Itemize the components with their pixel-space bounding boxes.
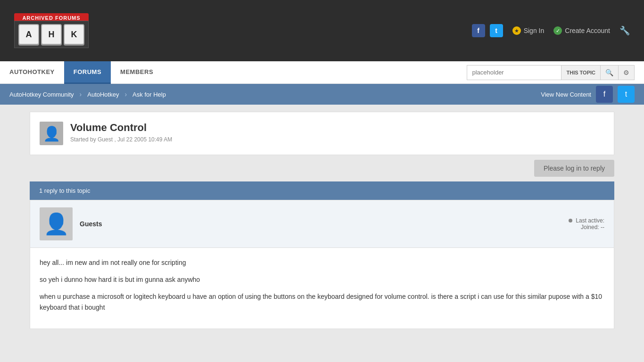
avatar-silhouette-icon: 👤 <box>43 125 60 142</box>
logo-key-a: A <box>18 24 39 45</box>
post-paragraph-1: hey all... im new and im not really one … <box>40 257 604 269</box>
header-right: f t ★ Sign In ✓ Create Account 🔧 <box>472 24 630 37</box>
joined-value: -- <box>601 224 604 230</box>
nav-search: THIS TOPIC 🔍 ⚙ <box>467 65 644 80</box>
topic-meta: Started by Guest , Jul 22 2005 10:49 AM <box>70 136 172 143</box>
social-icons: f t <box>472 24 503 37</box>
share-facebook-button[interactable]: f <box>596 86 613 103</box>
active-dot-icon <box>569 219 572 222</box>
post-paragraph-2: so yeh i dunno how hard it is but im gun… <box>40 274 604 286</box>
post-last-active: Last active: <box>569 217 604 224</box>
reply-count-bar: 1 reply to this topic <box>30 181 614 200</box>
post-paragraph-3: when u purchase a microsoft or logitech … <box>40 291 604 314</box>
logo-wrapper: ARCHIVED FORUMS A H K <box>14 13 89 48</box>
breadcrumb-ask-for-help[interactable]: Ask for Help <box>132 91 172 98</box>
post-card: 👤 Guests Last active: Joined: -- hey all… <box>30 200 614 329</box>
breadcrumb-bar: AutoHotkey Community › AutoHotkey › Ask … <box>0 84 644 105</box>
topic-author-avatar: 👤 <box>40 122 63 145</box>
logo-keys: A H K <box>14 21 89 48</box>
site-header: ARCHIVED FORUMS A H K f t ★ Sign In ✓ Cr… <box>0 0 644 61</box>
share-twitter-button[interactable]: t <box>618 86 635 103</box>
reply-count-label: 1 reply to this topic <box>39 187 90 194</box>
post-body: hey all... im new and im not really one … <box>30 248 614 329</box>
create-account-button[interactable]: ✓ Create Account <box>553 26 610 35</box>
logo-key-k: K <box>64 24 84 45</box>
post-author-avatar: 👤 <box>40 207 73 240</box>
facebook-icon[interactable]: f <box>472 24 485 37</box>
breadcrumb-sep-1: › <box>80 90 82 98</box>
breadcrumb-community[interactable]: AutoHotkey Community <box>9 91 80 98</box>
please-log-in-button[interactable]: Please log in to reply <box>534 160 614 177</box>
last-active-label: Last active: <box>576 217 604 224</box>
nav-item-autohotkey[interactable]: AUTOHOTKEY <box>0 61 64 84</box>
post-avatar-silhouette-icon: 👤 <box>43 212 69 236</box>
create-account-icon: ✓ <box>553 26 562 35</box>
search-scope-label: THIS TOPIC <box>561 65 600 80</box>
sign-in-button[interactable]: ★ Sign In <box>512 26 545 35</box>
post-header: 👤 Guests Last active: Joined: -- <box>30 200 614 248</box>
wrench-icon[interactable]: 🔧 <box>619 25 630 36</box>
main-content: 👤 Volume Control Started by Guest , Jul … <box>20 112 624 329</box>
search-input[interactable] <box>467 65 561 80</box>
post-joined: Joined: -- <box>569 224 604 230</box>
twitter-icon[interactable]: t <box>490 24 503 37</box>
logo-area: ARCHIVED FORUMS A H K <box>14 13 89 48</box>
nav-item-members[interactable]: MEMBERS <box>111 61 163 84</box>
nav-bar: AUTOHOTKEY FORUMS MEMBERS THIS TOPIC 🔍 ⚙ <box>0 61 644 84</box>
breadcrumb-sep-2: › <box>124 90 127 98</box>
logo-key-h: H <box>41 24 62 45</box>
sign-in-icon: ★ <box>512 26 521 35</box>
post-author-meta: Last active: Joined: -- <box>569 217 604 230</box>
view-new-content-link[interactable]: View New Content <box>541 91 591 98</box>
topic-title: Volume Control <box>70 122 172 134</box>
reply-area: Please log in to reply <box>30 160 614 177</box>
topic-info: Volume Control Started by Guest , Jul 22… <box>70 122 172 143</box>
search-button[interactable]: 🔍 <box>600 65 619 80</box>
nav-item-forums[interactable]: FORUMS <box>64 61 111 84</box>
breadcrumb-autohotkey[interactable]: AutoHotkey <box>87 91 124 98</box>
joined-label: Joined: <box>581 224 599 230</box>
post-author-name: Guests <box>80 220 102 228</box>
search-settings-button[interactable]: ⚙ <box>619 65 635 80</box>
topic-header: 👤 Volume Control Started by Guest , Jul … <box>30 112 614 155</box>
breadcrumb-right: View New Content f t <box>541 86 635 103</box>
